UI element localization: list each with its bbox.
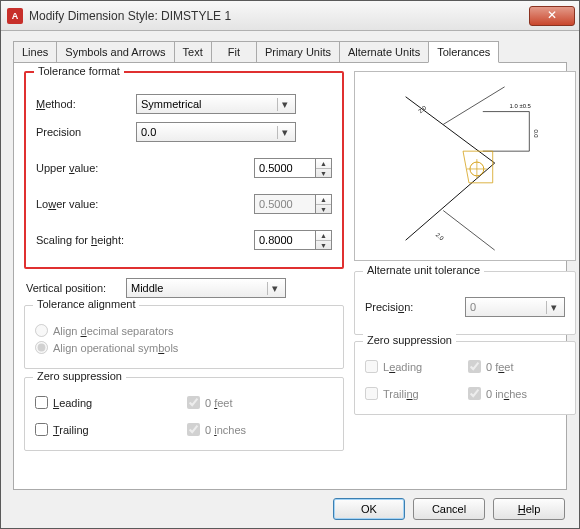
legend-alt-zero-suppression: Zero suppression	[363, 334, 456, 346]
combo-alt-precision: 0 ▾	[465, 297, 565, 317]
legend-alt-unit-tolerance: Alternate unit tolerance	[363, 264, 484, 276]
chevron-down-icon: ▾	[546, 301, 560, 314]
dialog-content: Lines Symbols and Arrows Text Fit Primar…	[1, 31, 579, 528]
radio-align-operational	[35, 341, 48, 354]
check-0inches	[187, 423, 200, 436]
ok-button[interactable]: OK	[333, 498, 405, 520]
check-alt-0feet	[468, 360, 481, 373]
chevron-down-icon: ▼	[316, 205, 331, 214]
chevron-up-icon: ▲	[316, 231, 331, 241]
input-upper-value[interactable]: 0.5000	[254, 158, 316, 178]
label-upper-value: Upper value:	[36, 162, 136, 174]
spinner-scaling-height[interactable]: ▲▼	[316, 230, 332, 250]
check-alt-trailing	[365, 387, 378, 400]
legend-tolerance-alignment: Tolerance alignment	[33, 298, 139, 310]
label-alt-precision: Precision:	[365, 301, 465, 313]
app-icon: A	[7, 8, 23, 24]
close-button[interactable]: ✕	[529, 6, 575, 26]
combo-method[interactable]: Symmetrical ▾	[136, 94, 296, 114]
help-button[interactable]: Help	[493, 498, 565, 520]
group-alt-zero-suppression: Zero suppression Leading 0 feet	[354, 341, 576, 415]
chevron-up-icon: ▲	[316, 159, 331, 169]
spinner-upper-value[interactable]: ▲▼	[316, 158, 332, 178]
combo-vertical-position[interactable]: Middle ▾	[126, 278, 286, 298]
check-0feet	[187, 396, 200, 409]
tab-tolerances[interactable]: Tolerances	[428, 41, 499, 63]
group-zero-suppression: Zero suppression Leading 0 feet	[24, 377, 344, 451]
combo-precision-value: 0.0	[141, 126, 156, 138]
label-vertical-position: Vertical position:	[26, 282, 126, 294]
chevron-down-icon: ▼	[316, 169, 331, 178]
svg-text:2.0: 2.0	[435, 232, 446, 242]
label-alt-leading: Leading	[383, 361, 422, 373]
check-leading[interactable]	[35, 396, 48, 409]
tab-panel-tolerances: Tolerance format Method: Symmetrical ▾ P…	[13, 62, 567, 490]
button-row: OK Cancel Help	[13, 490, 567, 520]
label-align-decimal: Align decimal separators	[53, 325, 173, 337]
label-alt-trailing: Trailing	[383, 388, 419, 400]
window-title: Modify Dimension Style: DIMSTYLE 1	[29, 9, 529, 23]
label-lower-value: Lower value:	[36, 198, 136, 210]
combo-alt-precision-value: 0	[470, 301, 476, 313]
label-leading: Leading	[53, 397, 92, 409]
label-align-operational: Align operational symbols	[53, 342, 178, 354]
check-alt-0inches	[468, 387, 481, 400]
tab-text[interactable]: Text	[174, 41, 212, 63]
label-alt-0inches: 0 inches	[486, 388, 527, 400]
tab-fit[interactable]: Fit	[211, 41, 257, 63]
group-alt-unit-tolerance: Alternate unit tolerance Precision: 0 ▾	[354, 271, 576, 335]
combo-vertical-position-value: Middle	[131, 282, 163, 294]
combo-precision[interactable]: 0.0 ▾	[136, 122, 296, 142]
tab-alternate-units[interactable]: Alternate Units	[339, 41, 429, 63]
input-scaling-height[interactable]: 0.8000	[254, 230, 316, 250]
svg-text:1.0 ±0.5: 1.0 ±0.5	[510, 103, 532, 109]
chevron-down-icon: ▾	[277, 126, 291, 139]
chevron-down-icon: ▾	[267, 282, 281, 295]
tab-lines[interactable]: Lines	[13, 41, 57, 63]
preview-svg: 1.0 ±0.5 0.0 2.0 2.0	[355, 72, 575, 260]
combo-method-value: Symmetrical	[141, 98, 202, 110]
label-alt-0feet: 0 feet	[486, 361, 514, 373]
svg-line-0	[406, 97, 495, 163]
group-tolerance-format: Tolerance format Method: Symmetrical ▾ P…	[24, 71, 344, 269]
spinner-lower-value: ▲▼	[316, 194, 332, 214]
label-trailing: Trailing	[53, 424, 89, 436]
svg-line-6	[443, 211, 494, 251]
legend-zero-suppression: Zero suppression	[33, 370, 126, 382]
tab-symbols-arrows[interactable]: Symbols and Arrows	[56, 41, 174, 63]
tab-primary-units[interactable]: Primary Units	[256, 41, 340, 63]
chevron-down-icon: ▾	[277, 98, 291, 111]
label-0inches: 0 inches	[205, 424, 246, 436]
title-bar: A Modify Dimension Style: DIMSTYLE 1 ✕	[1, 1, 579, 31]
check-trailing[interactable]	[35, 423, 48, 436]
chevron-up-icon: ▲	[316, 195, 331, 205]
cancel-button[interactable]: Cancel	[413, 498, 485, 520]
label-method: Method:	[36, 98, 136, 110]
legend-tolerance-format: Tolerance format	[34, 65, 124, 77]
label-scaling-height: Scaling for height:	[36, 234, 146, 246]
chevron-down-icon: ▼	[316, 241, 331, 250]
dimension-preview: 1.0 ±0.5 0.0 2.0 2.0	[354, 71, 576, 261]
radio-align-decimal	[35, 324, 48, 337]
group-tolerance-alignment: Tolerance alignment Align decimal separa…	[24, 305, 344, 369]
label-precision: Precision	[36, 126, 136, 138]
label-0feet: 0 feet	[205, 397, 233, 409]
check-alt-leading	[365, 360, 378, 373]
tab-strip: Lines Symbols and Arrows Text Fit Primar…	[13, 41, 567, 63]
svg-line-2	[443, 87, 504, 125]
dialog-window: A Modify Dimension Style: DIMSTYLE 1 ✕ L…	[0, 0, 580, 529]
input-lower-value: 0.5000	[254, 194, 316, 214]
svg-text:0.0: 0.0	[533, 129, 539, 138]
